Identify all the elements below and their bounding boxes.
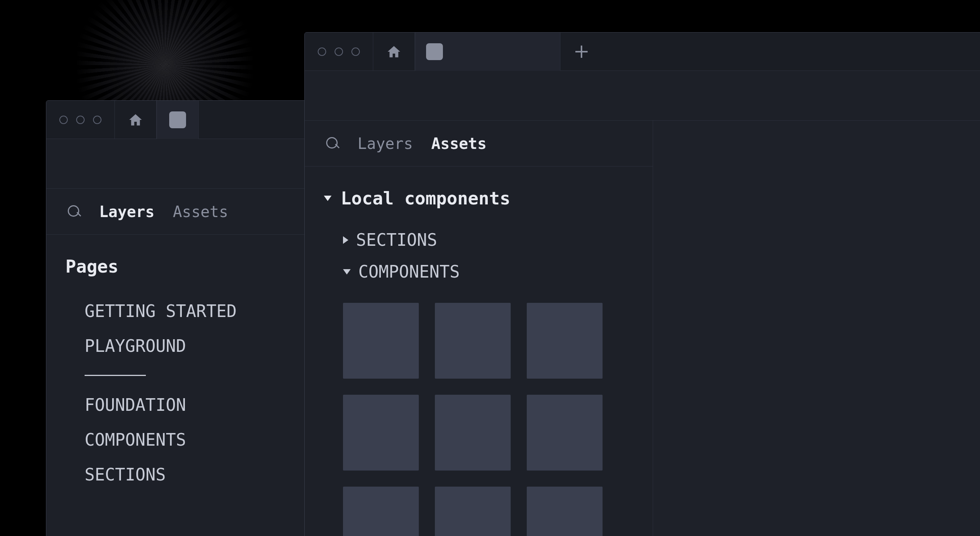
tab-new[interactable]: [560, 46, 603, 58]
traffic-zoom[interactable]: [351, 47, 360, 56]
sidebar-tabs: Layers Assets: [305, 121, 653, 167]
component-thumb[interactable]: [527, 395, 603, 471]
assets-panel: Local components SECTIONS COMPONENTS: [305, 167, 653, 536]
traffic-close[interactable]: [59, 116, 68, 124]
tab-home[interactable]: [114, 101, 157, 139]
chevron-right-icon: [343, 236, 348, 244]
chevron-down-icon: [324, 196, 332, 201]
tab-current-file[interactable]: [415, 33, 560, 71]
canvas[interactable]: [653, 121, 980, 536]
folder-label: SECTIONS: [356, 230, 437, 250]
page-separator: [85, 375, 146, 376]
left-sidebar: Layers Assets Local components SECTIONS …: [305, 121, 653, 536]
component-thumb[interactable]: [435, 303, 511, 379]
component-thumb[interactable]: [343, 303, 419, 379]
component-thumb[interactable]: [435, 487, 511, 536]
component-thumb[interactable]: [435, 395, 511, 471]
tab-layers[interactable]: Layers: [99, 203, 155, 221]
component-grid: [324, 288, 634, 536]
traffic-lights: [305, 47, 373, 56]
traffic-minimize[interactable]: [335, 47, 343, 56]
home-icon: [128, 113, 143, 127]
toolbar: [305, 71, 980, 121]
tab-current-file[interactable]: [157, 101, 199, 139]
file-icon: [426, 43, 443, 60]
tab-bar: [305, 33, 980, 71]
component-thumb[interactable]: [527, 303, 603, 379]
component-thumb[interactable]: [343, 395, 419, 471]
plus-icon: [575, 46, 588, 58]
folder-sections[interactable]: SECTIONS: [324, 224, 634, 256]
home-icon: [386, 45, 402, 59]
search-icon[interactable]: [68, 205, 81, 218]
folder-components[interactable]: COMPONENTS: [324, 256, 634, 288]
assets-group-header[interactable]: Local components: [324, 188, 634, 209]
tab-layers[interactable]: Layers: [358, 135, 413, 152]
tab-home[interactable]: [373, 33, 415, 71]
traffic-lights: [46, 116, 114, 124]
group-title: Local components: [341, 188, 510, 209]
traffic-zoom[interactable]: [93, 116, 101, 124]
traffic-minimize[interactable]: [76, 116, 85, 124]
chevron-down-icon: [343, 269, 351, 275]
folder-label: COMPONENTS: [358, 262, 460, 281]
search-icon[interactable]: [326, 137, 339, 150]
traffic-close[interactable]: [318, 47, 326, 56]
tab-assets[interactable]: Assets: [431, 135, 487, 152]
window-front: Layers Assets Local components SECTIONS …: [304, 32, 980, 536]
tab-assets[interactable]: Assets: [173, 203, 229, 221]
component-thumb[interactable]: [343, 487, 419, 536]
file-icon: [169, 111, 186, 128]
component-thumb[interactable]: [527, 487, 603, 536]
